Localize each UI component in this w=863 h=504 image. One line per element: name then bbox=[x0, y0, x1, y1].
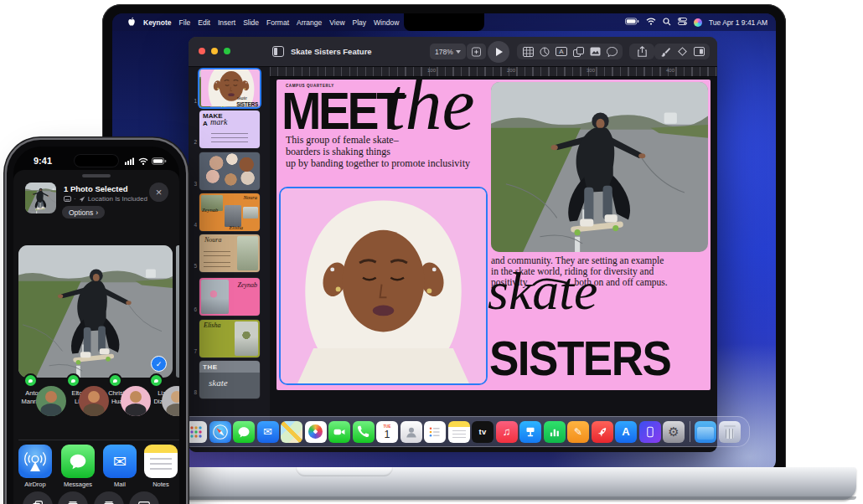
slide-headline-sisters[interactable]: SISTERS bbox=[489, 331, 670, 386]
dock-icon-phone[interactable] bbox=[353, 421, 375, 443]
insert-tools-group: A bbox=[517, 44, 623, 59]
dock-icon-numbers[interactable] bbox=[544, 421, 566, 443]
current-slide[interactable]: CAMPUS QUARTERLY MEET the This group of … bbox=[276, 80, 711, 390]
airplay-action-button[interactable] bbox=[129, 491, 159, 504]
slide-thumbnail-8[interactable]: THE skate bbox=[199, 361, 260, 399]
sheet-grabber[interactable] bbox=[82, 174, 111, 177]
dock-icon-calendar[interactable]: TUE 1 bbox=[376, 421, 398, 443]
copy-action-button[interactable] bbox=[23, 491, 53, 504]
horizontal-ruler: 100 200 300 400 500 bbox=[270, 67, 717, 77]
options-button[interactable]: Options› bbox=[62, 206, 105, 219]
menu-item-slide[interactable]: Slide bbox=[243, 18, 259, 27]
slide-thumbnail-5[interactable]: Noura bbox=[199, 234, 260, 272]
dock-icon-apple-tv[interactable]: tv bbox=[472, 421, 494, 443]
dock-icon-mail[interactable]: ✉ bbox=[257, 421, 279, 443]
add-slide-button[interactable] bbox=[467, 44, 486, 59]
add-to-album-button[interactable] bbox=[94, 491, 124, 504]
share-app-airdrop[interactable]: AirDrop bbox=[15, 445, 55, 488]
control-center-icon[interactable] bbox=[678, 18, 687, 27]
thumb-paragraph-lines bbox=[211, 133, 248, 142]
battery-icon[interactable] bbox=[625, 18, 639, 27]
text-box-icon[interactable]: A bbox=[553, 44, 570, 59]
shape-icon[interactable] bbox=[570, 44, 587, 59]
next-photo-peek[interactable] bbox=[176, 245, 179, 378]
share-app-mail[interactable]: ✉ Mail bbox=[100, 445, 140, 488]
dock-icon-contacts[interactable] bbox=[400, 421, 422, 443]
dock-icon-music[interactable]: ♫ bbox=[496, 421, 518, 443]
dock-icon-facetime[interactable] bbox=[328, 421, 350, 443]
dock-icon-photos[interactable] bbox=[305, 421, 327, 443]
dock-icon-app-store[interactable]: A bbox=[615, 421, 637, 443]
contact-liz[interactable]: LizDizon bbox=[142, 386, 179, 406]
slide-thumbnail-1[interactable]: MEET the skate SISTERS bbox=[199, 69, 260, 107]
slide-skater-photo[interactable] bbox=[491, 82, 708, 252]
menu-item-format[interactable]: Format bbox=[266, 18, 289, 27]
chart-icon[interactable] bbox=[536, 44, 553, 59]
menu-item-insert[interactable]: Insert bbox=[218, 18, 235, 27]
search-icon[interactable] bbox=[663, 18, 671, 28]
thumb-photo bbox=[201, 280, 229, 314]
wifi-icon[interactable] bbox=[646, 18, 656, 27]
play-button[interactable] bbox=[488, 41, 509, 63]
siri-icon[interactable] bbox=[694, 18, 702, 27]
share-button[interactable] bbox=[629, 44, 654, 59]
view-sidebar-icon[interactable] bbox=[272, 45, 284, 60]
window-close-button[interactable] bbox=[199, 48, 205, 54]
zoom-level-dropdown[interactable]: 178% bbox=[430, 44, 466, 59]
display-notch bbox=[404, 13, 484, 31]
menu-item-play[interactable]: Play bbox=[353, 18, 367, 27]
dock-icon-downloads-folder[interactable] bbox=[695, 421, 716, 443]
macbook-base-edge bbox=[80, 496, 856, 500]
document-settings-icon[interactable] bbox=[690, 44, 707, 59]
table-icon[interactable] bbox=[519, 44, 536, 59]
airdrop-icon bbox=[18, 445, 52, 478]
menu-item-arrange[interactable]: Arrange bbox=[297, 18, 322, 27]
animate-icon[interactable] bbox=[674, 44, 690, 59]
slide-thumbnail-2[interactable]: MAKE A mark bbox=[199, 111, 260, 148]
dock-icon-keynote[interactable] bbox=[519, 421, 541, 443]
dock-icon-launchpad[interactable] bbox=[185, 421, 207, 443]
slide-thumbnail-6[interactable]: Zeynab bbox=[199, 278, 260, 316]
dock-icon-rocket[interactable] bbox=[592, 421, 613, 443]
dock-icon-safari[interactable] bbox=[209, 421, 231, 443]
slide-thumbnail-3[interactable] bbox=[199, 152, 260, 190]
menu-item-edit[interactable]: Edit bbox=[198, 18, 210, 27]
menu-item-keynote[interactable]: Keynote bbox=[143, 18, 172, 27]
keynote-window: Skate Sisters Feature 178% A bbox=[189, 37, 717, 452]
format-brush-icon[interactable] bbox=[657, 44, 674, 59]
menu-status-cluster: Tue Apr 1 9:41 AM bbox=[625, 13, 767, 31]
comment-icon[interactable] bbox=[603, 44, 620, 59]
dock-icon-iphone-mirroring[interactable] bbox=[639, 421, 661, 443]
share-app-notes[interactable]: Notes bbox=[141, 445, 179, 488]
contact-antonio[interactable]: AntonioManriquez bbox=[17, 386, 55, 406]
iphone-frame: 9:41 1 Photo Selected · Location Is Incl… bbox=[7, 140, 186, 504]
dock-icon-pages[interactable]: ✎ bbox=[567, 421, 589, 443]
contact-elton[interactable]: EltonLin bbox=[59, 386, 98, 406]
dock-icon-messages[interactable] bbox=[233, 421, 255, 443]
slide-headline-skate[interactable]: skate bbox=[488, 260, 598, 322]
menu-item-view[interactable]: View bbox=[329, 18, 344, 27]
dock-icon-maps[interactable] bbox=[281, 421, 302, 443]
add-to-shared-album-button[interactable] bbox=[58, 491, 88, 504]
window-minimize-button[interactable] bbox=[211, 48, 218, 54]
slide-thumbnail-7[interactable]: Elisha bbox=[199, 320, 260, 357]
window-zoom-button[interactable] bbox=[224, 48, 230, 54]
slide-face-photo-selected[interactable] bbox=[279, 187, 488, 385]
apple-logo-icon[interactable] bbox=[127, 17, 136, 28]
menu-item-file[interactable]: File bbox=[179, 18, 191, 27]
dock-icon-notes[interactable] bbox=[448, 421, 470, 443]
menu-item-window[interactable]: Window bbox=[374, 18, 399, 27]
dock-divider bbox=[690, 421, 690, 442]
close-button[interactable]: × bbox=[149, 183, 168, 202]
slide-navigator: 1 MEET the skate SISTERS 2 MAKE A mark bbox=[189, 67, 271, 452]
dock-icon-reminders[interactable] bbox=[424, 421, 446, 443]
slide-thumbnail-4[interactable]: Noura Zeynab Elisha bbox=[199, 193, 260, 231]
dynamic-island bbox=[74, 154, 119, 167]
dock-icon-trash[interactable] bbox=[719, 421, 741, 443]
contact-christine[interactable]: ChristineHuang bbox=[101, 386, 140, 406]
share-app-messages[interactable]: Messages bbox=[58, 445, 98, 488]
menu-bar-clock[interactable]: Tue Apr 1 9:41 AM bbox=[709, 18, 767, 27]
media-icon[interactable] bbox=[587, 44, 603, 59]
dock-icon-system-settings[interactable]: ⚙ bbox=[663, 421, 685, 443]
photo-preview[interactable]: ✓ bbox=[18, 245, 173, 378]
